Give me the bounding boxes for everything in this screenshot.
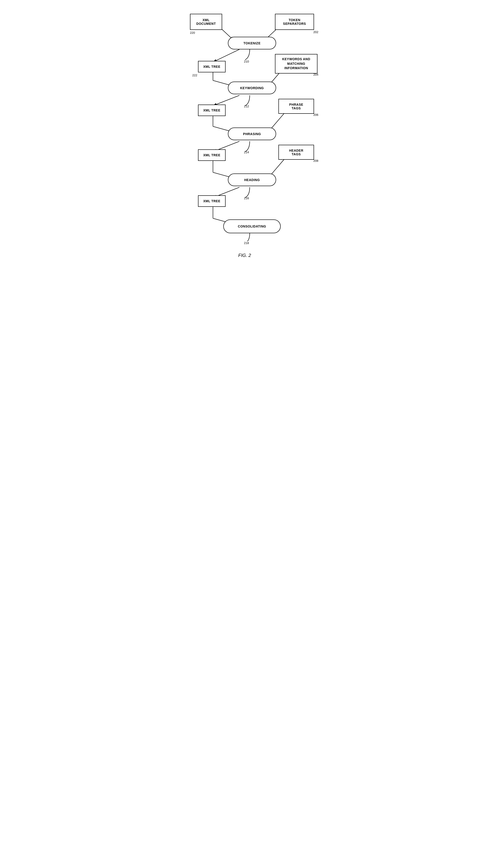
heading-label: HEADING bbox=[244, 178, 260, 182]
xml-tree-1-ref: 222 bbox=[192, 74, 197, 77]
xml-document-label: XML DOCUMENT bbox=[196, 18, 216, 25]
consolidating-label: CONSOLIDATING bbox=[238, 224, 266, 228]
keywords-box: KEYWORDS AND MATCHING INFORMATION bbox=[275, 54, 318, 74]
xml-tree-3-box: XML TREE bbox=[198, 149, 226, 161]
heading-box: HEADING bbox=[228, 174, 276, 186]
keywording-box: KEYWORDING bbox=[228, 82, 276, 94]
token-separators-label: TOKEN SEPARATORS bbox=[283, 18, 306, 25]
svg-line-3 bbox=[213, 49, 239, 62]
header-tags-box: HEADER TAGS bbox=[278, 145, 314, 160]
phrase-tags-ref: 206 bbox=[313, 113, 318, 116]
token-separators-box: TOKEN SEPARATORS bbox=[275, 14, 314, 30]
xml-tree-1-label: XML TREE bbox=[203, 65, 220, 69]
keywords-label: KEYWORDS AND MATCHING INFORMATION bbox=[282, 57, 310, 71]
keywords-ref: 204 bbox=[313, 73, 318, 76]
xml-tree-3-label: XML TREE bbox=[203, 153, 220, 157]
header-tags-ref: 208 bbox=[313, 159, 318, 162]
xml-document-box: XML DOCUMENT bbox=[190, 14, 222, 30]
figure-label: FIG. 2 bbox=[238, 253, 251, 258]
token-separators-ref: 202 bbox=[313, 30, 318, 34]
svg-line-7 bbox=[213, 95, 239, 106]
phrase-tags-label: PHRASE TAGS bbox=[289, 103, 303, 110]
phrase-tags-box: PHRASE TAGS bbox=[278, 99, 314, 114]
phrasing-label: PHRASING bbox=[243, 132, 261, 136]
heading-ref: 216 bbox=[244, 197, 249, 200]
phrasing-box: PHRASING bbox=[228, 128, 276, 140]
xml-document-ref: 220 bbox=[190, 31, 195, 34]
keywording-ref: 212 bbox=[244, 105, 249, 108]
tokenize-ref: 210 bbox=[244, 60, 249, 63]
header-tags-label: HEADER TAGS bbox=[289, 149, 303, 156]
xml-tree-1-box: XML TREE bbox=[198, 61, 226, 72]
tokenize-label: TOKENIZE bbox=[244, 41, 261, 45]
consolidating-ref: 218 bbox=[244, 241, 249, 245]
xml-tree-2-label: XML TREE bbox=[203, 108, 220, 112]
xml-tree-4-box: XML TREE bbox=[198, 195, 226, 207]
diagram-container: XML DOCUMENT 220 TOKEN SEPARATORS 202 TO… bbox=[183, 9, 321, 262]
phrasing-ref: 214 bbox=[244, 150, 249, 154]
consolidating-box: CONSOLIDATING bbox=[223, 219, 281, 233]
xml-tree-4-label: XML TREE bbox=[203, 199, 220, 203]
xml-tree-2-box: XML TREE bbox=[198, 105, 226, 116]
keywording-label: KEYWORDING bbox=[240, 86, 264, 90]
tokenize-box: TOKENIZE bbox=[228, 37, 276, 49]
